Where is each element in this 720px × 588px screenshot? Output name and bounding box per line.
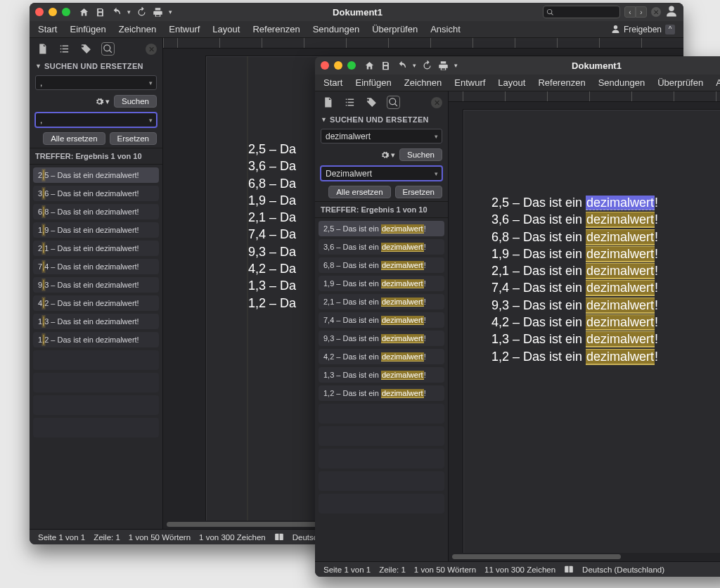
hit-item[interactable]: 4,2 – Das ist ein dezimalwert! xyxy=(33,295,159,311)
tab-einfuegen[interactable]: Einfügen xyxy=(355,77,391,88)
thumbnails-icon[interactable] xyxy=(322,96,334,108)
close-icon[interactable] xyxy=(321,61,329,70)
hit-item[interactable]: 1,2 – Das ist ein dezimalwert! xyxy=(319,385,444,401)
close-icon[interactable] xyxy=(35,8,44,16)
find-options-button[interactable]: ▾ xyxy=(95,97,110,106)
doc-line[interactable]: 9,3 – Das ist ein dezimalwert! xyxy=(491,297,720,314)
tab-ueberpruefen[interactable]: Überprüfen xyxy=(372,24,418,34)
tab-ansicht[interactable]: Ansicht xyxy=(430,24,461,34)
titlebar[interactable]: ▾ ▾ Dokument1 xyxy=(315,56,720,75)
tab-zeichnen[interactable]: Zeichnen xyxy=(404,77,442,88)
undo-dropdown-icon[interactable]: ▾ xyxy=(413,62,416,69)
ruler[interactable] xyxy=(163,38,683,49)
tab-sendungen[interactable]: Sendungen xyxy=(313,24,360,34)
doc-line[interactable]: 1,9 – Da xyxy=(248,192,311,209)
undo-icon[interactable] xyxy=(397,60,407,71)
status-line[interactable]: Zeile: 1 xyxy=(94,533,120,542)
doc-line[interactable]: 2,1 – Das ist ein dezimalwert! xyxy=(491,262,720,279)
tab-ueberpruefen[interactable]: Überprüfen xyxy=(657,77,703,88)
hit-item[interactable]: 1,2 – Das ist ein dezimalwert! xyxy=(33,332,159,347)
hit-item[interactable]: 6,8 – Das ist ein dezimalwert! xyxy=(319,257,444,273)
print-icon[interactable] xyxy=(153,7,163,18)
replace-input[interactable]: Dezimalwert xyxy=(321,166,442,181)
document-area[interactable]: 2,5 – Das ist ein dezimalwert!3,6 – Das … xyxy=(449,91,720,561)
doc-line[interactable]: 2,1 – Da xyxy=(248,209,311,226)
doc-line[interactable]: 1,2 – Da xyxy=(248,295,311,312)
doc-line[interactable]: 1,3 – Das ist ein dezimalwert! xyxy=(491,331,720,347)
tab-sendungen[interactable]: Sendungen xyxy=(598,77,645,88)
maximize-icon[interactable] xyxy=(62,8,70,16)
tab-entwurf[interactable]: Entwurf xyxy=(169,24,200,34)
find-options-button[interactable]: ▾ xyxy=(380,151,395,160)
save-icon[interactable] xyxy=(95,7,105,18)
hit-item[interactable]: 2,5 – Das ist ein dezimalwert! xyxy=(319,221,444,236)
doc-line[interactable]: 3,6 – Da xyxy=(248,158,311,174)
user-badge-icon[interactable] xyxy=(665,5,678,20)
replace-button[interactable]: Ersetzen xyxy=(395,186,442,198)
hit-item[interactable]: 7,4 – Das ist ein dezimalwert! xyxy=(319,312,444,328)
replace-button[interactable]: Ersetzen xyxy=(110,132,157,145)
doc-line[interactable]: 1,3 – Da xyxy=(248,277,311,294)
tab-einfuegen[interactable]: Einfügen xyxy=(70,24,105,34)
find-input[interactable]: , xyxy=(35,75,157,90)
tab-ansicht[interactable]: Ans xyxy=(716,77,720,88)
hit-item[interactable]: 1,9 – Das ist ein dezimalwert! xyxy=(319,276,444,291)
qat-dropdown-icon[interactable]: ▾ xyxy=(169,8,172,15)
hit-item[interactable]: 2,1 – Das ist ein dezimalwert! xyxy=(319,294,444,309)
outline-icon[interactable] xyxy=(344,96,356,108)
doc-line[interactable]: 3,6 – Das ist ein dezimalwert! xyxy=(491,211,720,228)
spellcheck-icon[interactable] xyxy=(274,532,284,542)
undo-icon[interactable] xyxy=(111,7,122,18)
find-icon[interactable] xyxy=(102,43,114,55)
tab-entwurf[interactable]: Entwurf xyxy=(454,77,485,88)
doc-line[interactable]: 9,3 – Da xyxy=(248,243,311,260)
thumbnails-icon[interactable] xyxy=(37,43,49,55)
hit-item[interactable]: 1,9 – Das ist ein dezimalwert! xyxy=(33,222,159,238)
hit-item[interactable]: 6,8 – Das ist ein dezimalwert! xyxy=(33,204,159,219)
tab-layout[interactable]: Layout xyxy=(212,24,240,34)
doc-line[interactable]: 4,2 – Das ist ein dezimalwert! xyxy=(491,314,720,331)
ruler[interactable] xyxy=(449,91,720,102)
doc-line[interactable]: 2,5 – Das ist ein dezimalwert! xyxy=(491,194,720,211)
maximize-icon[interactable] xyxy=(347,61,356,70)
status-page[interactable]: Seite 1 von 1 xyxy=(323,565,371,574)
collapse-icon[interactable] xyxy=(321,117,327,123)
status-words[interactable]: 1 von 50 Wörtern xyxy=(414,565,476,574)
status-lang[interactable]: Deutsch (Deutschland) xyxy=(582,565,664,574)
replace-input[interactable]: , xyxy=(35,113,157,127)
doc-line[interactable]: 2,5 – Da xyxy=(248,141,311,158)
tab-referenzen[interactable]: Referenzen xyxy=(252,24,300,34)
tag-icon[interactable] xyxy=(366,96,378,108)
titlebar[interactable]: ▾ ▾ Dokument1 ‹› ✕ xyxy=(30,3,683,21)
status-page[interactable]: Seite 1 von 1 xyxy=(38,533,85,542)
undo-dropdown-icon[interactable]: ▾ xyxy=(127,8,131,15)
status-words[interactable]: 1 von 50 Wörtern xyxy=(129,533,191,542)
search-nav[interactable]: ‹› xyxy=(624,6,647,18)
status-chars[interactable]: 1 von 300 Zeichen xyxy=(199,533,266,542)
hit-item[interactable]: 7,4 – Das ist ein dezimalwert! xyxy=(33,259,159,274)
panel-close-icon[interactable]: ✕ xyxy=(146,44,157,55)
panel-close-icon[interactable]: ✕ xyxy=(431,97,442,108)
find-input[interactable]: dezimalwert xyxy=(321,129,442,143)
spellcheck-icon[interactable] xyxy=(564,565,574,575)
minimize-icon[interactable] xyxy=(334,61,342,70)
traffic-lights[interactable] xyxy=(35,8,70,16)
hit-item[interactable]: 9,3 – Das ist ein dezimalwert! xyxy=(319,331,444,346)
replace-all-button[interactable]: Alle ersetzen xyxy=(43,132,105,145)
horizontal-scrollbar[interactable] xyxy=(449,553,720,561)
find-button[interactable]: Suchen xyxy=(114,95,157,108)
find-icon[interactable] xyxy=(387,96,399,108)
status-line[interactable]: Zeile: 1 xyxy=(379,565,406,574)
refresh-icon[interactable] xyxy=(136,7,147,18)
hit-item[interactable]: 3,6 – Das ist ein dezimalwert! xyxy=(33,186,159,201)
tab-start[interactable]: Start xyxy=(38,24,57,34)
doc-line[interactable]: 7,4 – Das ist ein dezimalwert! xyxy=(491,279,720,296)
doc-line[interactable]: 6,8 – Da xyxy=(248,175,311,192)
find-button[interactable]: Suchen xyxy=(399,148,442,161)
save-icon[interactable] xyxy=(380,60,391,71)
replace-all-button[interactable]: Alle ersetzen xyxy=(328,186,390,198)
hit-item[interactable]: 3,6 – Das ist ein dezimalwert! xyxy=(319,239,444,255)
doc-line[interactable]: 7,4 – Da xyxy=(248,226,311,243)
traffic-lights[interactable] xyxy=(321,61,356,70)
tab-start[interactable]: Start xyxy=(323,77,342,88)
